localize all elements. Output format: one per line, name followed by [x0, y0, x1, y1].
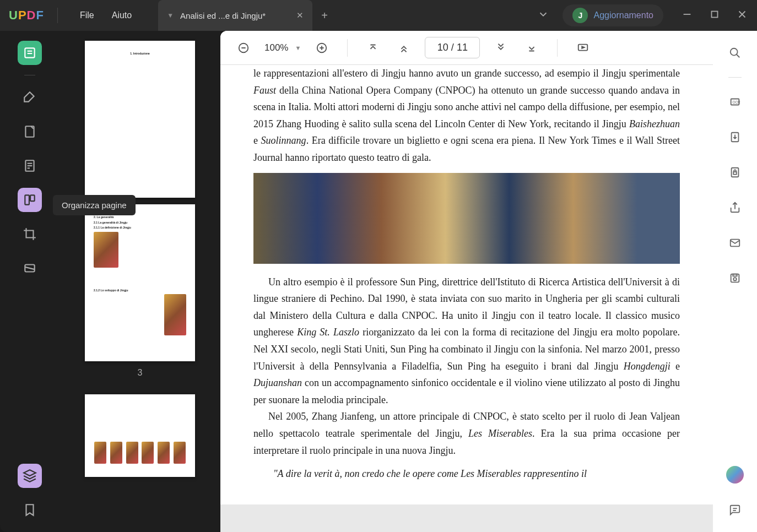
highlight-tool-button[interactable]: [18, 85, 42, 110]
zoom-dropdown-icon[interactable]: ▼: [295, 45, 301, 51]
document-tab[interactable]: ▼ Analisi ed ...e di Jingju* ✕: [158, 0, 312, 31]
page-number-input[interactable]: 10 / 11: [425, 37, 480, 58]
quote: "A dire la verit à, non credo che le ope…: [253, 465, 680, 482]
account-label: Aggiornamento: [593, 10, 653, 20]
divider: [57, 8, 58, 23]
thumbnail-page-3[interactable]: 2. La generalità 2.1 La generalità di Ji…: [85, 204, 195, 361]
zoom-level: 100%: [264, 42, 288, 53]
thumbnail-page-2[interactable]: 1. Introduzione: [85, 41, 195, 198]
titlebar: UPDF File Aiuto ▼ Analisi ed ...e di Jin…: [0, 0, 757, 31]
tab-title: Analisi ed ...e di Jingju*: [180, 11, 290, 20]
svg-line-27: [737, 55, 740, 58]
reader-mode-button[interactable]: [18, 41, 42, 65]
minimize-button[interactable]: [681, 8, 693, 23]
svg-rect-13: [30, 195, 35, 201]
zoom-out-button[interactable]: [234, 38, 253, 58]
ai-button[interactable]: [724, 464, 746, 486]
crop-tool-button[interactable]: [18, 222, 42, 246]
prev-page-button[interactable]: [394, 38, 414, 58]
document-image: [253, 173, 680, 264]
document-page: le rappresentazioni all'estero di Jingju…: [220, 65, 713, 504]
email-button[interactable]: [724, 232, 746, 254]
bookmark-button[interactable]: [18, 498, 42, 522]
new-tab-button[interactable]: +: [312, 9, 337, 22]
edit-tool-button[interactable]: [18, 120, 42, 144]
menu-help[interactable]: Aiuto: [103, 6, 140, 25]
svg-rect-1: [712, 12, 718, 18]
protect-button[interactable]: [724, 161, 746, 183]
first-page-button[interactable]: [363, 38, 383, 58]
layers-button[interactable]: [18, 464, 42, 488]
redact-tool-button[interactable]: [18, 256, 42, 280]
organize-pages-button[interactable]: [18, 188, 42, 212]
next-page-button[interactable]: [491, 38, 511, 58]
svg-rect-12: [25, 195, 29, 204]
paragraph: Nel 2005, Zhang Jianfeng, un attore prin…: [253, 408, 680, 459]
divider: [24, 75, 35, 75]
right-toolbar: OCR: [713, 31, 757, 532]
chevron-down-icon[interactable]: [533, 4, 554, 27]
svg-point-26: [731, 48, 738, 56]
document-toolbar: 100% ▼ 10 / 11: [220, 31, 713, 65]
share-button[interactable]: [724, 197, 746, 219]
tooltip: Organizza pagine: [53, 195, 136, 215]
comment-button[interactable]: [724, 499, 746, 521]
last-page-button[interactable]: [522, 38, 542, 58]
paragraph: Un altro esempio è il professore Sun Pin…: [253, 274, 680, 409]
convert-button[interactable]: [724, 126, 746, 148]
left-toolbar: [0, 31, 60, 532]
presentation-button[interactable]: [573, 38, 593, 58]
avatar: J: [572, 8, 588, 23]
app-logo: UPDF: [9, 8, 44, 23]
thumbnail-label: 3: [71, 368, 209, 378]
svg-marker-16: [24, 470, 36, 476]
maximize-button[interactable]: [709, 8, 721, 23]
thumbnail-panel[interactable]: 1. Introduzione 2. La generalità 2.1 La …: [60, 31, 220, 532]
svg-marker-25: [582, 46, 585, 48]
svg-rect-32: [733, 172, 737, 175]
document-area: 100% ▼ 10 / 11: [220, 31, 713, 532]
svg-text:OCR: OCR: [732, 100, 740, 104]
save-button[interactable]: [724, 267, 746, 289]
tab-dropdown-icon[interactable]: ▼: [167, 12, 174, 19]
close-icon[interactable]: ✕: [296, 10, 304, 20]
svg-point-36: [733, 278, 737, 281]
ocr-button[interactable]: OCR: [724, 91, 746, 113]
account-badge[interactable]: J Aggiornamento: [563, 4, 663, 26]
form-tool-button[interactable]: [18, 154, 42, 178]
paragraph: le rappresentazioni all'estero di Jingju…: [253, 65, 680, 166]
svg-line-15: [25, 267, 34, 269]
menu-file[interactable]: File: [71, 6, 103, 25]
zoom-in-button[interactable]: [312, 38, 332, 58]
svg-rect-37: [733, 274, 737, 276]
search-button[interactable]: [724, 42, 746, 64]
document-content[interactable]: le rappresentazioni all'estero di Jingju…: [220, 65, 713, 532]
thumbnail-page-4[interactable]: [85, 394, 195, 477]
close-window-button[interactable]: [736, 8, 748, 23]
